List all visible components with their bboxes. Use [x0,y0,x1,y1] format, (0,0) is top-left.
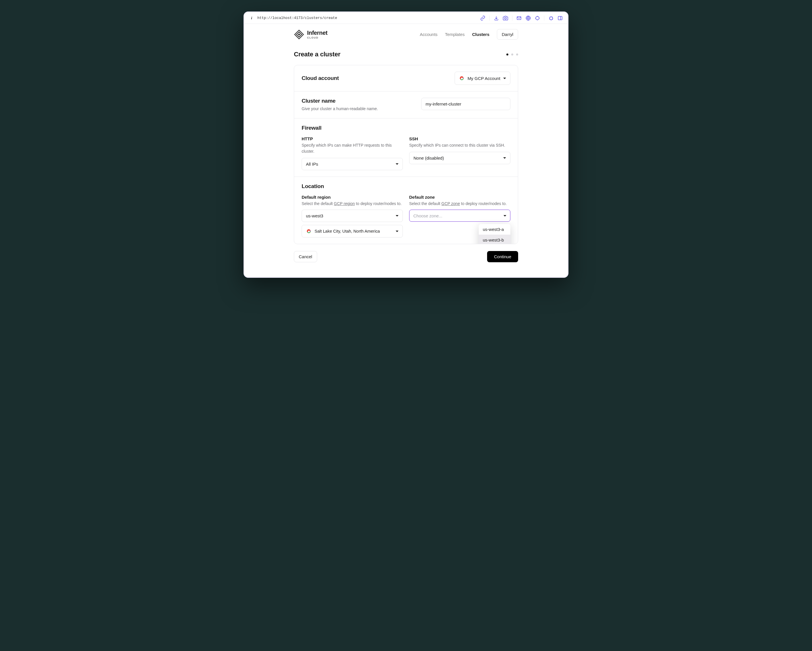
http-select[interactable]: All IPs [302,158,403,170]
globe-icon[interactable] [526,15,531,21]
ssh-select[interactable]: None (disabled) [409,152,510,164]
cloud-account-select[interactable]: My GCP Account [455,72,510,85]
zone-placeholder: Choose zone... [414,213,443,218]
http-label: HTTP [302,136,403,141]
puzzle-icon[interactable] [548,15,554,21]
page-title: Create a cluster [294,50,340,58]
zone-option[interactable]: us-west3-a [479,224,510,235]
camera-icon[interactable] [503,15,508,21]
caret-down-icon [503,157,506,159]
svg-rect-4 [558,17,562,20]
gcp-icon [306,228,312,234]
svg-point-3 [536,17,539,20]
continue-button[interactable]: Continue [487,251,518,262]
zone-help: Select the default GCP zone to deploy ro… [409,201,510,207]
step-dot-3 [516,53,518,55]
target-icon[interactable] [535,15,540,21]
brand-title: Infernet [307,30,328,36]
form-footer: Cancel Continue [294,251,518,262]
zone-select[interactable]: Choose zone... [409,209,510,222]
cluster-name-help: Give your cluster a human-readable name. [302,106,414,112]
region-label: Default region [302,195,403,200]
app-header: Infernet CLOUD Accounts Templates Cluste… [294,24,518,45]
link-icon[interactable] [480,15,485,21]
browser-bar: i http://localhost:4173/clusters/create [245,13,567,24]
app-window: i http://localhost:4173/clusters/create [244,12,568,278]
stepper [506,53,518,55]
browser-actions [480,15,563,21]
brand-logo-icon [294,29,304,40]
ssh-value: None (disabled) [414,156,444,160]
nav-templates[interactable]: Templates [445,32,465,37]
region-help: Select the default GCP region to deploy … [302,201,403,207]
firewall-title: Firewall [302,125,510,131]
zone-dropdown: us-west3-a us-west3-b us-west3-c [479,224,510,244]
section-cloud-account: Cloud account My GCP Account [294,65,518,92]
brand-subtitle: CLOUD [307,36,328,39]
caret-down-icon [504,215,506,217]
step-dot-2 [511,53,513,55]
brand[interactable]: Infernet CLOUD [294,29,328,40]
mail-icon[interactable] [516,15,522,21]
region-detail-select[interactable]: Salt Lake City, Utah, North America [302,225,403,237]
cluster-name-label: Cluster name [302,98,414,104]
cancel-button[interactable]: Cancel [294,251,317,262]
svg-rect-7 [298,34,300,36]
url-display: http://localhost:4173/clusters/create [257,16,477,20]
svg-point-0 [505,18,506,19]
cloud-account-label: Cloud account [302,75,339,81]
section-firewall: Firewall HTTP Specify which IPs can make… [294,118,518,177]
location-title: Location [302,183,510,189]
ssh-label: SSH [409,136,510,141]
http-value: All IPs [306,162,318,167]
section-cluster-name: Cluster name Give your cluster a human-r… [294,92,518,118]
section-location: Location Default region Select the defau… [294,177,518,244]
caret-down-icon [396,164,398,165]
panel-icon[interactable] [557,15,563,21]
zone-label: Default zone [409,195,510,200]
caret-down-icon [503,78,506,79]
region-value: us-west3 [306,213,323,218]
caret-down-icon [396,231,398,232]
step-dot-1 [506,53,508,55]
form-card: Cloud account My GCP Account [294,65,518,244]
info-icon: i [249,16,254,20]
ssh-help: Specify which IPs can connect to this cl… [409,142,510,148]
region-detail-value: Salt Lake City, Utah, North America [314,229,380,234]
http-help: Specify which IPs can make HTTP requests… [302,142,403,154]
nav-accounts[interactable]: Accounts [420,32,438,37]
cloud-account-value: My GCP Account [467,76,500,81]
zone-option[interactable]: us-west3-b [479,235,510,244]
download-icon[interactable] [494,15,499,21]
region-select[interactable]: us-west3 [302,209,403,222]
nav-clusters[interactable]: Clusters [472,32,489,37]
gcp-icon [459,75,465,81]
user-menu-button[interactable]: Darryl [497,29,518,40]
caret-down-icon [396,215,398,217]
cluster-name-input[interactable] [421,98,510,110]
